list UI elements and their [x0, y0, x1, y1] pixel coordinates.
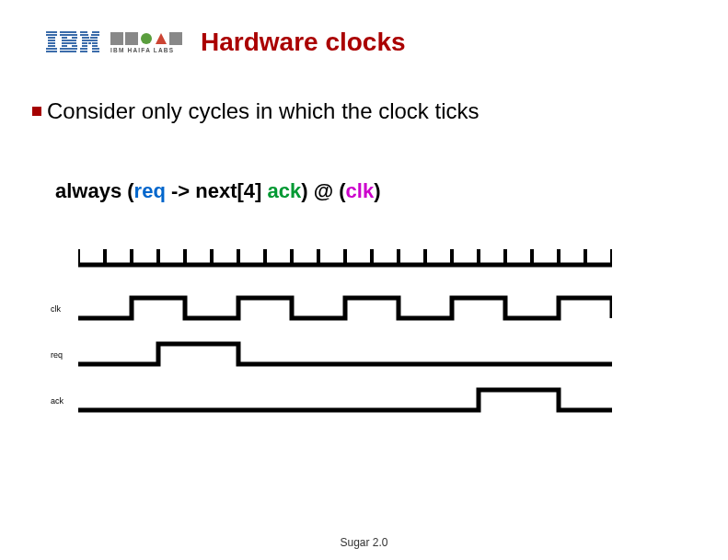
svg-rect-25 — [82, 42, 87, 44]
ack-row: ack — [51, 387, 640, 415]
svg-rect-12 — [62, 40, 76, 41]
waveform-area: clk req ack — [51, 244, 640, 433]
ibm-logo-icon — [46, 31, 99, 53]
formula-part: always ( — [55, 179, 134, 202]
svg-rect-18 — [80, 31, 87, 33]
svg-rect-32 — [80, 51, 87, 52]
formula-ack: ack — [268, 179, 302, 202]
gray-square-icon — [110, 32, 123, 45]
ibm-logo — [46, 31, 99, 53]
svg-rect-16 — [60, 48, 77, 50]
svg-rect-15 — [72, 45, 77, 47]
bullet-text: Consider only cycles in which the clock … — [47, 98, 480, 124]
svg-rect-30 — [80, 48, 87, 50]
svg-rect-24 — [82, 40, 98, 41]
gray-square-icon — [169, 32, 182, 45]
tick-marks — [78, 244, 612, 268]
svg-rect-19 — [92, 31, 99, 33]
svg-rect-22 — [82, 37, 89, 39]
svg-rect-33 — [92, 51, 99, 52]
svg-marker-37 — [156, 33, 167, 44]
svg-rect-4 — [48, 42, 55, 44]
bullet-row: Consider only cycles in which the clock … — [0, 66, 728, 124]
req-label: req — [51, 351, 78, 360]
svg-rect-8 — [60, 31, 76, 33]
bullet-icon — [32, 107, 41, 116]
svg-rect-35 — [125, 32, 138, 45]
slide-title: Hardware clocks — [201, 28, 406, 57]
svg-rect-0 — [46, 31, 57, 33]
svg-rect-6 — [46, 48, 57, 50]
svg-rect-2 — [48, 37, 55, 39]
formula-req: req — [134, 179, 166, 202]
clk-row: clk — [51, 295, 640, 323]
svg-rect-21 — [91, 34, 99, 36]
svg-rect-13 — [62, 42, 76, 44]
svg-rect-5 — [48, 45, 55, 47]
svg-rect-14 — [62, 45, 67, 47]
svg-rect-38 — [169, 32, 182, 45]
svg-rect-17 — [60, 51, 76, 52]
footer-text: Sugar 2.0 — [0, 536, 728, 549]
req-row: req — [51, 341, 640, 369]
svg-rect-27 — [92, 42, 98, 44]
svg-rect-7 — [46, 51, 57, 52]
shapes-row — [110, 32, 182, 45]
svg-rect-34 — [110, 32, 123, 45]
svg-rect-9 — [60, 34, 77, 36]
formula: always (req -> next[4] ack) @ (clk) — [0, 124, 728, 203]
tick-row — [51, 244, 640, 268]
gray-square-icon — [125, 32, 138, 45]
clk-wave — [78, 295, 612, 323]
red-triangle-icon — [155, 32, 168, 45]
formula-part: -> next[4] — [166, 179, 268, 202]
svg-rect-1 — [46, 34, 57, 36]
svg-rect-11 — [72, 37, 77, 39]
svg-rect-26 — [88, 42, 91, 44]
svg-rect-28 — [82, 45, 87, 47]
formula-part: ) @ ( — [301, 179, 345, 202]
svg-rect-31 — [92, 48, 99, 50]
clk-label: clk — [51, 305, 78, 314]
green-circle-icon — [140, 32, 153, 45]
formula-part: ) — [374, 179, 380, 202]
slide-header: IBM HAIFA LABS Hardware clocks — [0, 0, 728, 66]
formula-clk: clk — [346, 179, 375, 202]
svg-point-36 — [141, 33, 152, 44]
svg-rect-29 — [92, 45, 98, 47]
svg-rect-3 — [48, 40, 55, 41]
svg-rect-20 — [80, 34, 88, 36]
svg-rect-10 — [62, 37, 67, 39]
haifa-labs-logo: IBM HAIFA LABS — [110, 32, 182, 53]
svg-rect-23 — [90, 37, 98, 39]
req-wave — [78, 341, 612, 369]
ack-label: ack — [51, 397, 78, 406]
labs-text: IBM HAIFA LABS — [110, 47, 174, 53]
ack-wave — [78, 387, 612, 415]
